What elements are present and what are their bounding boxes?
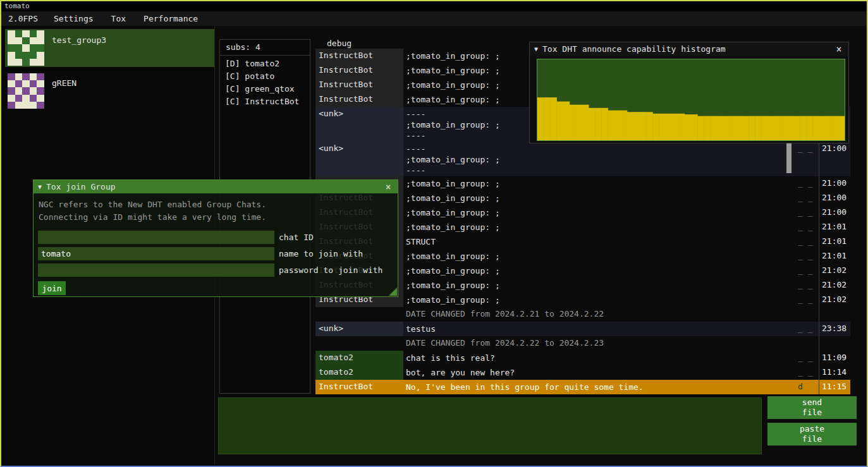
- message-time: 11:14: [819, 365, 850, 380]
- chat-message-row[interactable]: tomato2bot, are you new here?_ _11:14: [315, 365, 850, 380]
- subs-list: [D] tomato2[C] potato[C] green_qtox[C] I…: [220, 56, 310, 107]
- join-window-titlebar[interactable]: ▼ Tox join Group ×: [34, 180, 398, 193]
- sender-name: InstructBot: [315, 49, 403, 63]
- message-line: ;tomato_in_group: ;: [406, 294, 796, 305]
- message-text: ;tomato_in_group: ;: [403, 278, 796, 293]
- message-line: STRUCT: [406, 236, 796, 247]
- menu-items: SettingsToxPerformance: [45, 11, 207, 26]
- message-input[interactable]: [218, 397, 762, 454]
- chat-id-input[interactable]: [38, 231, 274, 244]
- delivery-marks: _ _: [796, 220, 819, 234]
- message-time: 21:00: [819, 205, 850, 220]
- send-file-button[interactable]: send file: [767, 396, 857, 419]
- group-avatar-icon: [8, 30, 44, 66]
- chat-date-row[interactable]: DATE CHANGED from 2024.2.21 to 2024.2.22: [315, 307, 850, 322]
- chat-message-row[interactable]: <unk>testus_ _23:38: [315, 322, 850, 336]
- chat-tab-debug[interactable]: debug: [327, 39, 351, 49]
- message-text: STRUCT: [403, 234, 796, 249]
- sender-name: InstructBot: [315, 78, 403, 92]
- join-button[interactable]: join: [38, 281, 66, 295]
- message-time: 21:00: [819, 142, 850, 176]
- chat-message-row[interactable]: tomato2chat is this real?_ _11:09: [315, 351, 850, 365]
- menu-item-tox[interactable]: Tox: [102, 11, 135, 26]
- group-name: gREEN: [44, 72, 76, 88]
- histogram-window: ▼ Tox DHT announce capability histogram …: [529, 42, 849, 143]
- sub-item-3[interactable]: [C] InstructBot: [220, 95, 310, 107]
- sender-name: InstructBot: [315, 380, 403, 394]
- message-line: ----: [406, 165, 796, 176]
- subs-header: subs: 4: [220, 40, 310, 56]
- message-text: ;tomato_in_group: ;: [403, 205, 796, 220]
- send-file-label-line2: file: [802, 408, 822, 418]
- message-line: ;tomato_in_group: ;: [406, 265, 796, 276]
- paste-file-label-line1: paste: [800, 424, 824, 434]
- delivery-marks: _ _: [796, 365, 819, 380]
- message-line: chat is this real?: [406, 353, 796, 363]
- app-window: tomato 2.0FPS SettingsToxPerformance tes…: [0, 0, 868, 467]
- delivery-marks: _ _: [796, 176, 819, 191]
- delivery-marks: d: [796, 380, 819, 394]
- message-text: chat is this real?: [403, 351, 796, 365]
- date-row-spacer: [315, 336, 403, 351]
- menu-item-settings[interactable]: Settings: [45, 11, 102, 26]
- message-line: ;tomato_in_group: ;: [406, 193, 796, 203]
- chat-id-field-row: chat ID: [38, 231, 398, 244]
- delivery-marks: _ _: [796, 191, 819, 205]
- message-line: testus: [406, 324, 796, 334]
- join-info-line-1: NGC refers to the New DHT enabled Group …: [34, 193, 398, 211]
- join-password-field-row: password to join with: [38, 264, 398, 277]
- message-text: ;tomato_in_group: ;: [403, 249, 796, 264]
- histogram-window-titlebar[interactable]: ▼ Tox DHT announce capability histogram …: [530, 42, 848, 56]
- sender-name: <unk>: [315, 142, 403, 176]
- chat-message-row[interactable]: InstructBotNo, I've been in this group f…: [315, 380, 850, 394]
- date-changed-text: DATE CHANGED from 2024.2.22 to 2024.2.23: [403, 336, 796, 351]
- paste-file-button[interactable]: paste file: [767, 423, 857, 446]
- sender-name: InstructBot: [315, 63, 403, 78]
- chat-id-label: chat ID: [279, 233, 314, 242]
- sub-item-2[interactable]: [C] green_qtox: [220, 82, 310, 95]
- group-item-test_group3[interactable]: test_group3: [5, 29, 214, 67]
- resize-grip-icon[interactable]: [389, 288, 397, 296]
- sender-name: tomato2: [315, 351, 403, 365]
- join-password-input[interactable]: [38, 264, 274, 277]
- message-text: ;tomato_in_group: ;: [403, 264, 796, 278]
- window-titlebar: tomato: [1, 1, 867, 11]
- group-item-gREEN[interactable]: gREEN: [5, 72, 214, 110]
- message-time: 23:38: [819, 322, 850, 336]
- join-window-body: NGC refers to the New DHT enabled Group …: [34, 193, 398, 296]
- date-row-spacer: [315, 307, 403, 322]
- group-name: test_group3: [44, 29, 106, 45]
- message-time: 11:15: [819, 380, 850, 394]
- join-name-input[interactable]: [38, 247, 274, 260]
- collapse-arrow-icon[interactable]: ▼: [534, 45, 538, 52]
- join-name-label: name to join with: [279, 249, 363, 258]
- sub-item-0[interactable]: [D] tomato2: [220, 57, 310, 70]
- sub-item-1[interactable]: [C] potato: [220, 70, 310, 82]
- message-text: No, I've been in this group for quite so…: [403, 380, 796, 394]
- message-time: 21:00: [819, 191, 850, 205]
- paste-file-label-line2: file: [802, 434, 822, 444]
- message-line: bot, are you new here?: [406, 367, 796, 378]
- delivery-marks: [796, 307, 819, 322]
- message-time: [819, 336, 850, 351]
- histogram-plot[interactable]: [537, 59, 845, 141]
- sender-name: InstructBot: [315, 92, 403, 107]
- message-text: ;tomato_in_group: ;: [403, 293, 796, 307]
- chat-date-row[interactable]: DATE CHANGED from 2024.2.22 to 2024.2.23: [315, 336, 850, 351]
- message-line: ;tomato_in_group: ;: [406, 207, 796, 218]
- close-icon[interactable]: ×: [383, 181, 393, 193]
- message-text: ;tomato_in_group: ;: [403, 220, 796, 234]
- send-file-label-line1: send: [802, 397, 822, 408]
- join-info-line-2: Connecting via ID might take a very long…: [34, 211, 398, 224]
- message-time: 11:09: [819, 351, 850, 365]
- menu-item-performance[interactable]: Performance: [135, 11, 207, 26]
- message-line: ;tomato_in_group: ;: [406, 154, 796, 165]
- message-time: 21:00: [819, 176, 850, 191]
- chat-message-row[interactable]: <unk>----;tomato_in_group: ;----_ _21:00: [315, 142, 850, 176]
- delivery-marks: _ _: [796, 142, 819, 176]
- delivery-marks: _ _: [796, 205, 819, 220]
- collapse-arrow-icon[interactable]: ▼: [38, 183, 42, 190]
- close-icon[interactable]: ×: [834, 44, 844, 55]
- delivery-marks: _ _: [796, 234, 819, 249]
- date-changed-text: DATE CHANGED from 2024.2.21 to 2024.2.22: [403, 307, 796, 322]
